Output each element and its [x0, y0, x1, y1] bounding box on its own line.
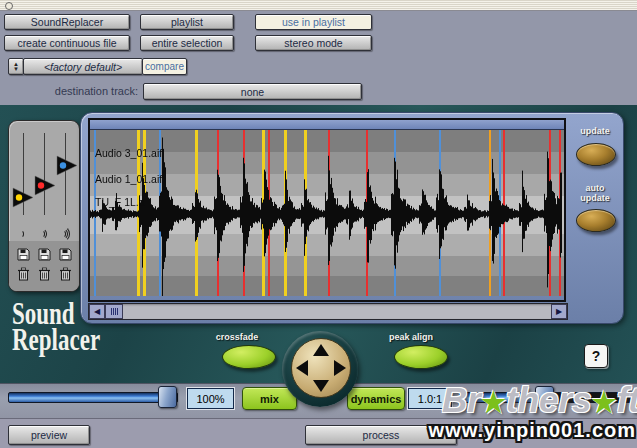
close-button[interactable] — [5, 2, 13, 10]
trash-icon[interactable] — [38, 267, 51, 281]
track-label: Audio 1_01.aif — [95, 173, 162, 185]
preset-stepper[interactable]: ▲ ▼ — [8, 58, 24, 75]
fader-handle[interactable] — [33, 175, 57, 196]
peak-align-label: peak align — [361, 332, 461, 342]
waveform-display[interactable]: Audio 3_01.aif Audio 1_01.aif TU_F 1L.a — [88, 118, 566, 302]
star-icon: ★ — [592, 387, 617, 418]
nav-up-icon[interactable] — [313, 344, 329, 356]
plugin-body: Sound Replacer Audio 3_01.aif Audio 1_01… — [0, 105, 637, 383]
display-header-strip — [90, 120, 564, 130]
scroll-right-icon[interactable]: ▶ — [551, 304, 567, 319]
fader-handle[interactable] — [55, 155, 79, 176]
playlist-button[interactable]: playlist — [140, 14, 234, 30]
fader-markers — [9, 121, 79, 241]
top-control-panel: SoundReplacer playlist use in playlist c… — [0, 11, 637, 105]
logo-line2: Replacer — [12, 327, 100, 353]
crossfade-button[interactable] — [222, 345, 276, 369]
nav-left-icon[interactable] — [296, 360, 308, 376]
scrollbar-thumb[interactable] — [105, 304, 123, 319]
save-disk-icon[interactable] — [59, 247, 72, 260]
trash-icon[interactable] — [59, 267, 72, 281]
nav-down-icon[interactable] — [313, 380, 329, 392]
volume-low-icon — [16, 225, 32, 241]
scroll-left-icon[interactable]: ◀ — [89, 304, 105, 319]
stereo-mode-button[interactable]: stereo mode — [255, 35, 372, 51]
peak-align-button[interactable] — [394, 345, 448, 369]
save-disk-icon[interactable] — [38, 247, 51, 260]
plugin-selector-button[interactable]: SoundReplacer — [4, 14, 130, 30]
trash-icon[interactable] — [17, 267, 30, 281]
fader-handle[interactable] — [11, 187, 35, 208]
watermark-logo: Br★thers★ft — [442, 380, 637, 420]
destination-track-label: destination track: — [0, 85, 138, 97]
help-button[interactable]: ? — [584, 344, 608, 368]
preset-selector[interactable]: <factory default> — [23, 58, 143, 75]
track-label: Audio 3_01.aif — [95, 147, 162, 159]
waveform-panel: Audio 3_01.aif Audio 1_01.aif TU_F 1L.a … — [80, 112, 624, 324]
preview-button[interactable]: preview — [8, 425, 90, 445]
waveform-scrollbar[interactable]: ◀ ▶ — [88, 303, 568, 320]
crossfade-label: crossfade — [187, 332, 287, 342]
mix-slider-track[interactable] — [8, 392, 178, 403]
use-in-playlist-button[interactable]: use in playlist — [255, 14, 372, 30]
auto-update-button[interactable] — [576, 209, 616, 232]
track-label: TU_F 1L.a — [95, 196, 145, 208]
create-continuous-file-button[interactable]: create continuous file — [4, 35, 130, 51]
update-button[interactable] — [576, 143, 616, 166]
volume-high-icon — [58, 225, 74, 241]
waveform-background-bands: Audio 3_01.aif Audio 1_01.aif TU_F 1L.a — [90, 130, 564, 296]
dynamics-button[interactable]: dynamics — [347, 387, 405, 410]
auto-update-label: auto update — [565, 183, 625, 203]
mix-value-display: 100% — [187, 388, 234, 409]
nav-cross-bezel — [282, 331, 358, 407]
star-icon: ★ — [481, 387, 506, 418]
save-disk-icon[interactable] — [17, 247, 30, 260]
compare-button[interactable]: compare — [142, 58, 187, 75]
volume-mid-icon — [37, 225, 53, 241]
destination-track-selector[interactable]: none — [143, 83, 362, 100]
nav-right-icon[interactable] — [334, 360, 346, 376]
stepper-down-icon: ▼ — [13, 67, 19, 72]
update-label: update — [565, 126, 625, 136]
window-titlebar[interactable] — [0, 0, 637, 11]
replacement-fader-panel — [8, 120, 80, 292]
entire-selection-button[interactable]: entire selection — [140, 35, 234, 51]
nav-cross-pad[interactable] — [291, 338, 351, 398]
watermark-url: www.yinpin001.com — [429, 419, 636, 442]
mix-slider-thumb[interactable] — [158, 386, 177, 408]
